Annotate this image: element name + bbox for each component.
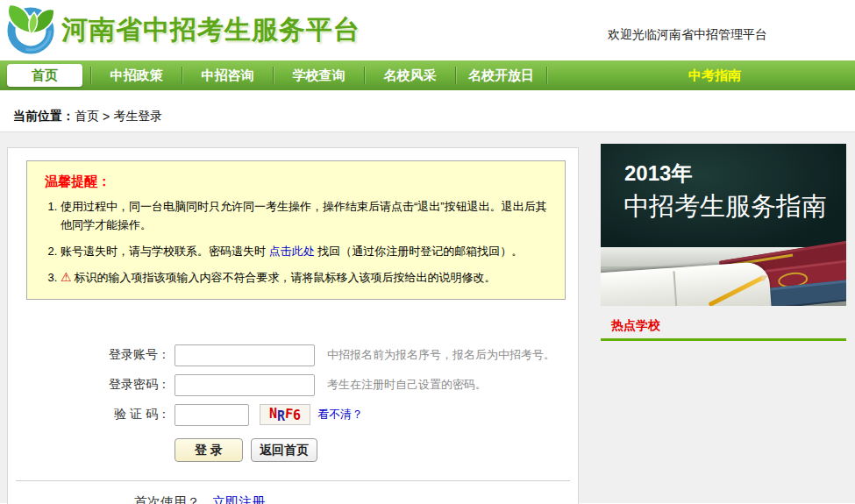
nav-item-school-style[interactable]: 名校风采 xyxy=(365,67,455,84)
captcha-letter: N xyxy=(269,406,277,422)
captcha-image[interactable]: N R F 6 xyxy=(260,404,310,425)
banner-year: 2013年 xyxy=(624,160,692,188)
captcha-letter: R xyxy=(277,408,285,424)
captcha-row: 验 证 码： N R F 6 看不清？ xyxy=(8,400,578,429)
notice-item-3-text: 标识的输入项指该项输入内容不符合要求，请将鼠标移入该项后按给出的说明修改。 xyxy=(75,271,496,284)
page: 河南省中招考生服务平台 欢迎光临河南省中招管理平台 首页 中招政策 中招咨询 学… xyxy=(0,0,855,504)
site-logo-icon xyxy=(4,2,57,60)
welcome-text: 欢迎光临河南省中招管理平台 xyxy=(608,27,767,43)
nav-separator xyxy=(546,67,547,84)
notice-title: 温馨提醒： xyxy=(45,174,551,190)
nav-item-consult[interactable]: 中招咨询 xyxy=(182,67,273,84)
notice-item-2-text: 账号遗失时，请与学校联系。密码遗失时 xyxy=(61,245,269,258)
breadcrumb-prefix: 当前位置： xyxy=(13,109,75,124)
captcha-input[interactable] xyxy=(175,404,249,426)
nav-item-school-search[interactable]: 学校查询 xyxy=(274,67,364,84)
notice-item-1: 使用过程中，同一台电脑同时只允许同一考生操作，操作结束后请点击“退出”按钮退出。… xyxy=(61,197,551,234)
captcha-letter: 6 xyxy=(293,408,301,423)
nav-item-policy[interactable]: 中招政策 xyxy=(91,67,182,84)
account-hint: 中招报名前为报名序号，报名后为中招考号。 xyxy=(327,347,555,363)
banner-title: 中招考生服务指南 xyxy=(623,189,827,224)
hot-schools-underline xyxy=(601,338,846,341)
captcha-label: 验 证 码： xyxy=(8,407,170,422)
notice-item-2-text-after: 找回（通过你注册时登记的邮箱找回）。 xyxy=(315,245,524,258)
warning-triangle-icon: ⚠ xyxy=(61,270,72,284)
notice-item-1-text: 使用过程中，同一台电脑同时只允许同一考生操作，操作结束后请点击“退出”按钮退出。… xyxy=(61,200,547,231)
back-home-button[interactable]: 返回首页 xyxy=(251,438,317,462)
breadcrumb-separator: > xyxy=(103,110,110,124)
button-row: 登 录 返回首页 xyxy=(8,438,578,462)
nav-item-home[interactable]: 首页 xyxy=(7,64,82,87)
sidebar: 2013年 中招考生服务指南 热点学校 xyxy=(601,144,846,341)
login-form: 登录账号： 中招报名前为报名序号，报名后为中招考号。 登录密码： 考生在注册时自… xyxy=(8,340,578,462)
password-row: 登录密码： 考生在注册时自己设置的密码。 xyxy=(8,370,578,400)
captcha-refresh-link[interactable]: 看不清？ xyxy=(317,407,363,422)
notice-item-3: ⚠标识的输入项指该项输入内容不符合要求，请将鼠标移入该项后按给出的说明修改。 xyxy=(61,268,551,287)
account-row: 登录账号： 中招报名前为报名序号，报名后为中招考号。 xyxy=(8,340,578,370)
register-link[interactable]: 立即注册 xyxy=(212,494,265,504)
password-input[interactable] xyxy=(175,374,315,396)
site-title: 河南省中招考生服务平台 xyxy=(61,12,360,48)
breadcrumb-current: 考生登录 xyxy=(113,109,162,124)
hot-schools-title: 热点学校 xyxy=(611,318,846,334)
content-area: 温馨提醒： 使用过程中，同一台电脑同时只允许同一考生操作，操作结束后请点击“退出… xyxy=(0,132,855,503)
account-label: 登录账号： xyxy=(8,347,170,363)
login-panel: 温馨提醒： 使用过程中，同一台电脑同时只允许同一考生操作，操作结束后请点击“退出… xyxy=(7,147,579,504)
account-input[interactable] xyxy=(175,344,315,366)
login-button[interactable]: 登 录 xyxy=(175,438,243,462)
password-hint: 考生在注册时自己设置的密码。 xyxy=(327,377,487,393)
main-nav: 首页 中招政策 中招咨询 学校查询 名校风采 名校开放日 中考指南 xyxy=(0,60,855,90)
first-use-text: 首次使用？ xyxy=(134,494,200,504)
register-row: 首次使用？ 立即注册 xyxy=(8,494,578,504)
breadcrumb-home-link[interactable]: 首页 xyxy=(75,109,99,124)
password-label: 登录密码： xyxy=(8,377,170,393)
password-recover-link[interactable]: 点击此处 xyxy=(269,245,315,258)
header: 河南省中招考生服务平台 欢迎光临河南省中招管理平台 xyxy=(0,0,855,60)
nav-item-open-day[interactable]: 名校开放日 xyxy=(456,67,546,84)
nav-item-exam-guide[interactable]: 中考指南 xyxy=(688,60,741,90)
notice-item-2: 账号遗失时，请与学校联系。密码遗失时 点击此处 找回（通过你注册时登记的邮箱找回… xyxy=(61,242,551,260)
divider xyxy=(16,480,570,481)
notice-box: 温馨提醒： 使用过程中，同一台电脑同时只允许同一考生操作，操作结束后请点击“退出… xyxy=(26,160,566,300)
breadcrumb: 当前位置： 首页 > 考生登录 xyxy=(0,90,855,132)
guide-banner[interactable]: 2013年 中招考生服务指南 xyxy=(601,144,846,306)
notice-list: 使用过程中，同一台电脑同时只允许同一考生操作，操作结束后请点击“退出”按钮退出。… xyxy=(43,197,551,287)
